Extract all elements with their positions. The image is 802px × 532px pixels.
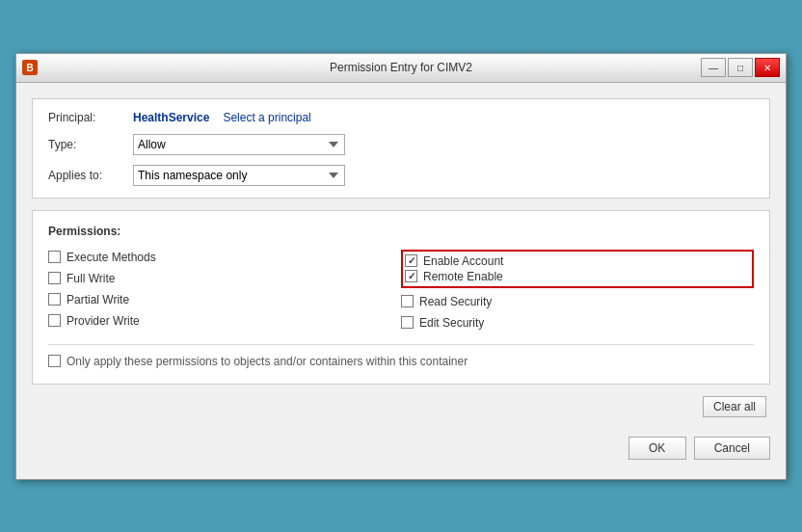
perm-edit-security: Edit Security xyxy=(401,315,754,331)
execute-methods-label: Execute Methods xyxy=(67,251,156,264)
perm-read-security: Read Security xyxy=(401,294,754,309)
perm-partial-write: Partial Write xyxy=(48,292,401,307)
provider-write-checkbox[interactable] xyxy=(48,314,61,327)
clear-all-button[interactable]: Clear all xyxy=(703,396,766,417)
perm-full-write: Full Write xyxy=(48,271,401,286)
maximize-button[interactable]: □ xyxy=(728,58,753,77)
full-write-label: Full Write xyxy=(67,272,115,285)
execute-methods-checkbox[interactable] xyxy=(48,251,61,263)
principal-value: HealthService xyxy=(133,111,209,124)
remote-enable-label: Remote Enable xyxy=(423,270,503,283)
perm-remote-enable: Remote Enable xyxy=(405,269,750,284)
select-principal-link[interactable]: Select a principal xyxy=(223,111,310,124)
read-security-label: Read Security xyxy=(419,295,492,308)
highlighted-permissions-group: Enable Account Remote Enable xyxy=(401,250,754,288)
partial-write-label: Partial Write xyxy=(67,293,129,306)
permissions-right-column: Enable Account Remote Enable Read Securi… xyxy=(401,250,754,331)
minimize-button[interactable]: — xyxy=(701,58,726,77)
perm-execute-methods: Execute Methods xyxy=(48,250,401,265)
applies-to-label: Applies to: xyxy=(48,169,125,182)
principal-row: Principal: HealthService Select a princi… xyxy=(48,111,754,124)
provider-write-label: Provider Write xyxy=(67,314,140,328)
permissions-title: Permissions: xyxy=(48,225,754,238)
action-buttons: OK Cancel xyxy=(32,429,770,464)
footer-row: Clear all xyxy=(32,396,770,417)
applies-to-dropdown[interactable]: This namespace only This namespace and s… xyxy=(133,165,345,186)
window-title: Permission Entry for CIMV2 xyxy=(330,61,472,74)
perm-enable-account: Enable Account xyxy=(405,253,750,269)
enable-account-label: Enable Account xyxy=(423,254,503,268)
perm-provider-write: Provider Write xyxy=(48,313,401,329)
app-icon: B xyxy=(22,60,38,75)
ok-button[interactable]: OK xyxy=(628,437,686,460)
window-body: Principal: HealthService Select a princi… xyxy=(16,83,786,479)
apply-containers-label: Only apply these permissions to objects … xyxy=(67,355,468,368)
permissions-grid: Execute Methods Full Write Partial Write… xyxy=(48,250,754,331)
applies-to-row: Applies to: This namespace only This nam… xyxy=(48,165,754,186)
window-controls: — □ ✕ xyxy=(701,58,780,77)
info-section: Principal: HealthService Select a princi… xyxy=(32,98,770,199)
read-security-checkbox[interactable] xyxy=(401,295,414,307)
type-row: Type: Allow Deny xyxy=(48,134,754,155)
full-write-checkbox[interactable] xyxy=(48,272,61,284)
main-window: B Permission Entry for CIMV2 — □ ✕ Princ… xyxy=(15,53,787,480)
title-bar: B Permission Entry for CIMV2 — □ ✕ xyxy=(16,54,786,83)
principal-label: Principal: xyxy=(48,111,125,124)
partial-write-checkbox[interactable] xyxy=(48,293,61,306)
edit-security-label: Edit Security xyxy=(419,316,484,330)
remote-enable-checkbox[interactable] xyxy=(405,270,417,282)
permissions-left-column: Execute Methods Full Write Partial Write… xyxy=(48,250,401,331)
type-dropdown[interactable]: Allow Deny xyxy=(133,134,345,155)
apply-containers-checkbox[interactable] xyxy=(48,355,61,367)
close-button[interactable]: ✕ xyxy=(755,58,780,77)
type-label: Type: xyxy=(48,138,125,151)
bottom-checkbox-row: Only apply these permissions to objects … xyxy=(48,344,754,368)
enable-account-checkbox[interactable] xyxy=(405,254,417,267)
edit-security-checkbox[interactable] xyxy=(401,316,414,329)
permissions-section: Permissions: Execute Methods Full Write … xyxy=(32,210,770,385)
cancel-button[interactable]: Cancel xyxy=(694,437,770,460)
